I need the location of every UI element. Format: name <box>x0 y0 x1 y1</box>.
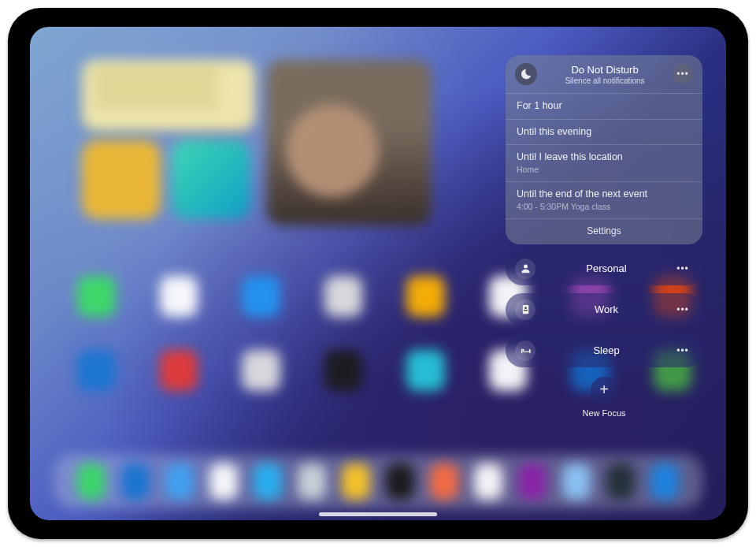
dnd-subtitle: Silence all notifications <box>545 76 665 85</box>
app-icon <box>324 350 363 391</box>
app-icon <box>160 276 198 317</box>
ellipsis-icon[interactable]: ••• <box>673 263 693 274</box>
focus-pill-work[interactable]: Work ••• <box>506 293 702 326</box>
app-icon <box>650 463 679 500</box>
app-icon <box>77 276 116 317</box>
svg-rect-1 <box>522 305 528 314</box>
app-icon <box>209 463 238 500</box>
focus-pill-label: Personal <box>540 262 673 274</box>
badge-icon <box>515 300 536 320</box>
ellipsis-icon[interactable]: ••• <box>673 345 693 356</box>
app-icon <box>298 463 326 500</box>
widget-notes-small <box>82 140 161 219</box>
focus-panel: Do Not Disturb Silence all notifications… <box>506 55 702 418</box>
widget-teal <box>172 140 250 219</box>
dnd-titles: Do Not Disturb Silence all notifications <box>545 64 665 85</box>
dnd-card: Do Not Disturb Silence all notifications… <box>506 55 702 244</box>
dnd-option-sublabel: Home <box>517 165 691 175</box>
dock <box>54 454 702 509</box>
ellipsis-icon[interactable]: ••• <box>673 304 693 315</box>
dnd-more-icon[interactable]: ••• <box>673 64 693 84</box>
app-icon <box>406 350 445 391</box>
device-frame: Do Not Disturb Silence all notifications… <box>8 8 748 539</box>
home-indicator[interactable] <box>319 512 437 516</box>
app-icon <box>77 463 106 500</box>
app-icon <box>254 463 282 500</box>
bed-icon <box>515 340 536 361</box>
svg-point-4 <box>522 349 524 352</box>
app-icon <box>430 463 458 500</box>
focus-pill-sleep[interactable]: Sleep ••• <box>506 334 702 367</box>
app-icon <box>77 350 116 391</box>
new-focus-label: New Focus <box>582 408 625 418</box>
dnd-settings-button[interactable]: Settings <box>506 218 702 244</box>
new-focus-button[interactable]: + <box>591 377 617 404</box>
focus-pill-personal[interactable]: Personal ••• <box>506 252 702 285</box>
dnd-option-until-evening[interactable]: Until this evening <box>506 119 702 145</box>
dnd-header[interactable]: Do Not Disturb Silence all notifications… <box>506 55 702 94</box>
svg-rect-3 <box>524 310 528 311</box>
app-icon <box>406 276 445 317</box>
app-icon <box>606 463 635 500</box>
dnd-option-until-next-event[interactable]: Until the end of the next event 4:00 - 5… <box>506 181 702 218</box>
new-focus-group: + New Focus <box>506 377 702 418</box>
screen: Do Not Disturb Silence all notifications… <box>30 27 726 520</box>
widget-photo <box>266 60 432 225</box>
dnd-options-list: For 1 hour Until this evening Until I le… <box>506 94 702 218</box>
app-icon <box>160 350 198 391</box>
dnd-option-for-1-hour[interactable]: For 1 hour <box>506 94 702 119</box>
svg-point-0 <box>524 265 528 269</box>
moon-icon <box>515 63 537 85</box>
dnd-title: Do Not Disturb <box>545 64 665 76</box>
dnd-option-sublabel: 4:00 - 5:30PM Yoga class <box>517 202 691 212</box>
dnd-option-until-leave-location[interactable]: Until I leave this location Home <box>506 144 702 181</box>
app-icon <box>242 350 280 391</box>
dnd-option-label: Until I leave this location <box>517 151 691 164</box>
svg-point-2 <box>524 307 527 310</box>
widget-notes-large <box>82 60 255 131</box>
app-icon <box>518 463 547 500</box>
dnd-option-label: For 1 hour <box>517 100 691 113</box>
app-icon <box>386 463 414 500</box>
focus-pill-label: Work <box>540 303 673 315</box>
app-icon <box>242 276 280 317</box>
app-icon <box>324 276 363 317</box>
dnd-option-label: Until this evening <box>517 126 691 139</box>
dnd-option-label: Until the end of the next event <box>517 188 691 201</box>
app-icon <box>342 463 370 500</box>
app-icon <box>562 463 591 500</box>
person-icon <box>515 259 536 279</box>
app-icon <box>474 463 502 500</box>
app-icon <box>165 463 194 500</box>
app-icon <box>121 463 150 500</box>
focus-pill-label: Sleep <box>540 344 673 356</box>
